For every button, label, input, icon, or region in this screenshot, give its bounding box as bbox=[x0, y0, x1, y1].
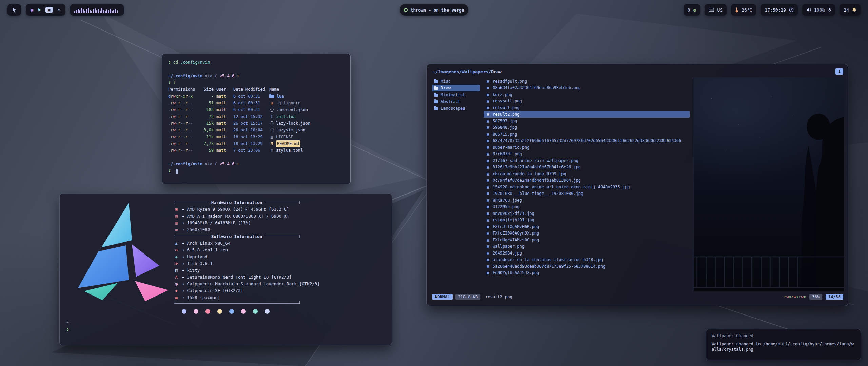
terminal-window[interactable]: ❯ cd .config/nvim ~/.config/nvim via ☾ v… bbox=[162, 54, 351, 184]
updates-count: 0 bbox=[688, 7, 690, 13]
info-line-cpu: ▣→AMD Ryzen 9 5900X (24) @ 4.9GHz [61.3°… bbox=[174, 206, 386, 213]
bolt-icon: ⚡ bbox=[237, 162, 239, 166]
info-text: 10948MiB / 64183MiB (17%) bbox=[187, 220, 251, 226]
file-item[interactable]: FXfcHgcWIAMzs0G.png bbox=[484, 237, 690, 243]
file-item[interactable]: 866715.png bbox=[484, 131, 690, 138]
file-name: README.md bbox=[269, 140, 344, 147]
notifications-module[interactable]: 24 bbox=[840, 4, 861, 16]
arrow-icon: → bbox=[182, 240, 184, 247]
file-name-text: lazy-lock.json bbox=[276, 120, 310, 127]
file-name: lazy-lock.json bbox=[269, 120, 344, 127]
image-file-icon bbox=[486, 218, 490, 222]
info-line-icons: ◆→Catppuccin-SE [GTK2/3] bbox=[174, 287, 386, 294]
updates-module[interactable]: 0 ↻ bbox=[684, 4, 701, 16]
workspace-3[interactable]: ▣ bbox=[45, 7, 53, 13]
keyboard-layout-module[interactable]: US bbox=[705, 4, 727, 16]
file-item[interactable]: FXfcII0X0AQyn9X.png bbox=[484, 230, 690, 237]
media-player-icon bbox=[404, 8, 408, 12]
file-item[interactable]: result2.png bbox=[484, 111, 690, 118]
file-item[interactable]: resssult.png bbox=[484, 98, 690, 105]
file-owner: matt bbox=[216, 106, 231, 113]
file-item[interactable]: 3126f7e9bbf21a8a4af0b67b041c6e26.jpg bbox=[484, 164, 690, 171]
info-line-resolution: ▭→868x366 bbox=[174, 226, 386, 233]
file-item[interactable]: 68747470733a2f2f696d616765732d7769786d70… bbox=[484, 138, 690, 144]
image-file-icon bbox=[486, 112, 490, 117]
temperature: 26°C bbox=[742, 7, 752, 13]
arrow-icon: → bbox=[182, 294, 184, 301]
file-item[interactable]: FXfcJlTXgAMvH6R.png bbox=[484, 223, 690, 230]
tab-badge[interactable]: 1 bbox=[835, 68, 843, 75]
workspace-2[interactable]: ⚑ bbox=[38, 7, 40, 12]
info-line-os: ▲→Arch Linux x86_64 bbox=[174, 240, 386, 247]
notification-title: Wallpaper Changed bbox=[712, 333, 855, 338]
file-item[interactable]: 0c794faf07de24a4db4d4fb1eb813964.jpg bbox=[484, 177, 690, 184]
launcher-button[interactable] bbox=[7, 4, 21, 16]
thermometer-icon bbox=[735, 7, 738, 13]
clock-module[interactable]: 17:50:29 bbox=[761, 4, 798, 16]
packages-icon: ▦ bbox=[174, 294, 179, 301]
file-name-text: README.md bbox=[276, 140, 300, 147]
weather-module[interactable]: 26°C bbox=[731, 4, 756, 16]
file-item[interactable]: 587597.jpg bbox=[484, 118, 690, 124]
command-ls: l bbox=[173, 80, 175, 85]
file-item[interactable]: 3122955.png bbox=[484, 204, 690, 210]
media-player-module[interactable]: thrown - on the verge bbox=[400, 4, 468, 16]
workspace-4[interactable]: ✎ bbox=[58, 7, 60, 12]
md-icon bbox=[269, 140, 274, 147]
file-name: 3122955.png bbox=[493, 204, 519, 209]
file-item[interactable]: atardecer-en-la-montanas-ilustracion-634… bbox=[484, 257, 690, 263]
file-item[interactable]: 217167-sad-anime-rain-wallpaper.png bbox=[484, 157, 690, 164]
file-size: 15k bbox=[199, 120, 214, 127]
file-item[interactable]: 19201080-__blue-tinge__-1920×1080.jpg bbox=[484, 190, 690, 197]
file-item[interactable]: 154928-odinokoe_anime-art-anime-okno-sin… bbox=[484, 184, 690, 190]
file-item[interactable]: 87r687df.png bbox=[484, 151, 690, 158]
file-item[interactable]: 08a634fa02a32364f69ebc86a98eb1eb.png bbox=[484, 85, 690, 92]
info-text: 6.5.8-zen1-1-zen bbox=[187, 247, 228, 253]
braces-icon bbox=[269, 106, 274, 113]
sidebar-folder-misc[interactable]: Misc bbox=[432, 78, 480, 85]
file-item[interactable]: 20492984.jpg bbox=[484, 250, 690, 257]
sidebar-folder-landscapes[interactable]: Landscapes bbox=[432, 105, 480, 112]
visualizer-bar bbox=[117, 10, 118, 13]
notification-popup[interactable]: Wallpaper Changed Wallpaper changed to /… bbox=[706, 329, 861, 360]
file-item[interactable]: chica-mirando-la-luna-8799.jpg bbox=[484, 170, 690, 177]
file-item[interactable]: ressdfgult.png bbox=[484, 78, 690, 85]
file-item[interactable]: kurz.png bbox=[484, 91, 690, 98]
image-preview-pane bbox=[693, 77, 844, 291]
arrow-icon: → bbox=[182, 253, 184, 260]
workspace-1[interactable]: ◉ bbox=[31, 7, 33, 12]
clock-time: 17:50:29 bbox=[765, 7, 786, 13]
file-row: .rw-r--r--7,7kmatt18 oct 13:29README.md bbox=[168, 140, 344, 147]
file-item[interactable]: rsjqojlmjhf91.jpg bbox=[484, 217, 690, 224]
image-file-icon bbox=[486, 92, 490, 97]
command-cd-arg: .config/nvim bbox=[180, 60, 210, 65]
image-file-icon bbox=[486, 204, 490, 209]
file-row: drwxr-xr-x-matt6 oct 00:31lua bbox=[168, 93, 344, 100]
sidebar-folder-draw[interactable]: Draw bbox=[432, 85, 480, 92]
audio-visualizer-module[interactable] bbox=[70, 4, 124, 16]
visualizer-bar bbox=[115, 9, 116, 13]
sidebar-folder-abstract[interactable]: Abstract bbox=[432, 98, 480, 105]
file-item[interactable]: 5a266e448add93deab367d87173e9f25-6837886… bbox=[484, 263, 690, 270]
file-owner: matt bbox=[216, 140, 231, 147]
file-manager-window[interactable]: ~/Imagenes/Wallpapers/ Draw 1 MiscDrawMi… bbox=[426, 64, 848, 306]
file-item[interactable]: wallpaper.png bbox=[484, 243, 690, 250]
file-item[interactable]: 8FKa7Cu.jpeg bbox=[484, 197, 690, 204]
sidebar-folder-minimalist[interactable]: Minimalist bbox=[432, 92, 480, 98]
file-item[interactable]: 596848.jpg bbox=[484, 124, 690, 131]
file-permissions: drwxr-xr-x bbox=[168, 93, 196, 100]
visualizer-bar bbox=[86, 9, 87, 13]
visualizer-bar bbox=[113, 10, 114, 13]
prompt-symbol: ❯ bbox=[168, 60, 171, 65]
volume-module[interactable]: 100% bbox=[802, 4, 835, 16]
lua-version: v5.4.6 bbox=[220, 74, 234, 78]
file-date: 6 oct 00:31 bbox=[233, 106, 267, 113]
fetch-terminal-window[interactable]: Hardware Information▣→AMD Ryzen 9 5900X … bbox=[59, 194, 392, 345]
file-item[interactable]: re1sult.png bbox=[484, 104, 690, 111]
rule-line bbox=[174, 202, 209, 204]
file-item[interactable]: EeNKYgIUcAAJ5JX.png bbox=[484, 270, 690, 277]
info-line-terminal: ◧→kitty bbox=[174, 267, 386, 274]
visualizer-bar bbox=[96, 10, 97, 13]
file-item[interactable]: nnvuv0xj2df71.jpg bbox=[484, 210, 690, 217]
file-item[interactable]: super-mario.png bbox=[484, 144, 690, 151]
